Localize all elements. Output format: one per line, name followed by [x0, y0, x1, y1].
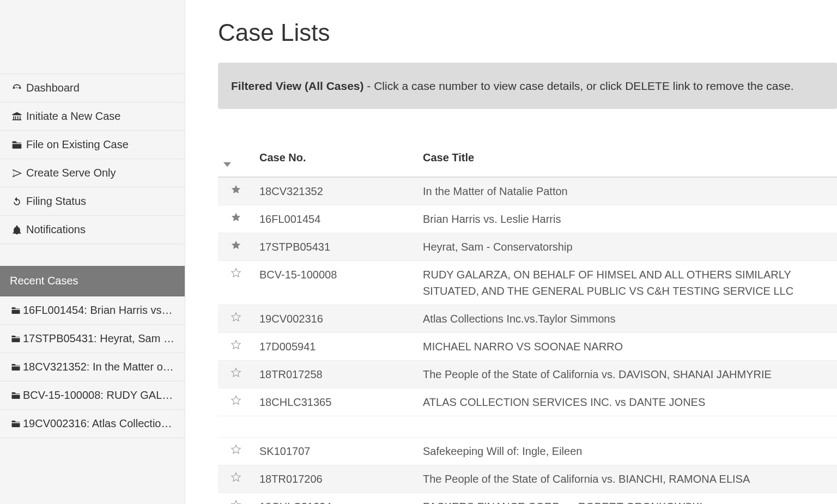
case-title: The People of the State of California vs… [417, 465, 837, 493]
sidebar-item-folder[interactable]: File on Existing Case [0, 131, 185, 159]
folder-icon [10, 362, 22, 372]
folder-icon [10, 139, 24, 150]
case-number-link[interactable]: 18CHLC31365 [254, 388, 417, 416]
table-row[interactable]: 18TR017258The People of the State of Cal… [218, 361, 837, 388]
info-rest: Click a case number to view case details… [374, 80, 793, 92]
table-row[interactable]: 17D005941MICHAEL NARRO VS SOONAE NARRO [218, 333, 837, 361]
sidebar-item-plane[interactable]: Create Serve Only [0, 159, 185, 187]
recent-case-item[interactable]: 19CV002316: Atlas Collection… [0, 410, 185, 438]
star-toggle[interactable] [218, 205, 254, 233]
sidebar-item-bank[interactable]: Initiate a New Case [0, 102, 185, 131]
rotate-icon [10, 196, 24, 207]
star-icon [231, 500, 241, 504]
folder-icon [10, 419, 22, 429]
star-icon [231, 184, 241, 195]
recent-case-item[interactable]: BCV-15-100008: RUDY GAL… [0, 381, 185, 410]
star-icon [231, 472, 241, 483]
sidebar: DashboardInitiate a New CaseFile on Exis… [0, 0, 185, 504]
case-number-link[interactable]: 18TR017206 [254, 465, 417, 493]
star-toggle[interactable] [218, 465, 254, 493]
star-icon [231, 240, 241, 251]
case-title: ATLAS COLLECTION SERVICES INC. vs DANTE … [417, 388, 837, 416]
sidebar-item-label: Initiate a New Case [26, 110, 120, 123]
star-toggle[interactable] [218, 177, 254, 205]
case-number-link[interactable]: 17STPB05431 [254, 233, 417, 261]
case-number-link[interactable]: 18CHLC31324 [254, 493, 417, 504]
info-strong: Filtered View (All Cases) [231, 80, 364, 92]
star-icon [231, 444, 241, 455]
star-toggle[interactable] [218, 261, 254, 305]
recent-case-label: 19CV002316: Atlas Collection… [23, 417, 175, 430]
col-case-title[interactable]: Case Title [417, 139, 837, 177]
recent-case-label: 18CV321352: In the Matter of … [23, 361, 175, 373]
sidebar-item-label: Dashboard [26, 82, 80, 94]
sidebar-item-bell[interactable]: Notifications [0, 216, 185, 244]
col-sort[interactable] [218, 139, 254, 177]
dashboard-icon [10, 83, 24, 94]
table-row[interactable]: 18CHLC31324PACKERS FINANCE CORP. vs ROBE… [218, 493, 837, 504]
star-icon [231, 212, 241, 223]
star-icon [231, 312, 241, 323]
info-sep: - [364, 80, 374, 92]
star-icon [231, 339, 241, 350]
star-toggle[interactable] [218, 305, 254, 333]
case-title: In the Matter of Natalie Patton [417, 177, 837, 205]
table-row[interactable]: 17STPB05431Heyrat, Sam - Conservatorship [218, 233, 837, 261]
table-row[interactable]: 16FL001454Brian Harris vs. Leslie Harris [218, 205, 837, 233]
star-toggle[interactable] [218, 388, 254, 416]
star-icon [231, 367, 241, 378]
case-title: Safekeeping Will of: Ingle, Eileen [417, 438, 837, 465]
caret-down-icon [223, 157, 231, 170]
bell-icon [10, 224, 24, 235]
table-row[interactable]: 18CHLC31365ATLAS COLLECTION SERVICES INC… [218, 388, 837, 416]
case-number-link[interactable]: 18TR017258 [254, 361, 417, 388]
star-icon [231, 395, 241, 406]
case-title: MICHAEL NARRO VS SOONAE NARRO [417, 333, 837, 361]
folder-icon [10, 334, 22, 344]
sidebar-item-rotate[interactable]: Filing Status [0, 187, 185, 216]
case-title: The People of the State of California vs… [417, 361, 837, 388]
table-row[interactable]: 18CV321352In the Matter of Natalie Patto… [218, 177, 837, 205]
sidebar-item-label: Filing Status [26, 195, 86, 208]
table-gap [218, 416, 837, 438]
recent-case-label: 16FL001454: Brian Harris vs. … [23, 304, 175, 317]
sidebar-item-label: Notifications [26, 223, 86, 236]
recent-case-item[interactable]: 18CV321352: In the Matter of … [0, 353, 185, 381]
recent-case-label: 17STPB05431: Heyrat, Sam -… [23, 332, 175, 345]
recent-case-item[interactable]: 16FL001454: Brian Harris vs. … [0, 296, 185, 325]
main-content: Case Lists Filtered View (All Cases) - C… [185, 0, 837, 504]
table-row[interactable]: 18TR017206The People of the State of Cal… [218, 465, 837, 493]
plane-icon [10, 168, 24, 179]
star-toggle[interactable] [218, 233, 254, 261]
case-number-link[interactable]: 16FL001454 [254, 205, 417, 233]
case-number-link[interactable]: 18CV321352 [254, 177, 417, 205]
case-table: Case No. Case Title 18CV321352In the Mat… [218, 139, 837, 504]
table-row[interactable]: BCV-15-100008RUDY GALARZA, ON BEHALF OF … [218, 261, 837, 305]
folder-icon [10, 306, 22, 315]
recent-case-label: BCV-15-100008: RUDY GAL… [23, 389, 173, 402]
star-icon [231, 268, 241, 278]
case-title: Atlas Collections Inc.vs.Taylor Simmons [417, 305, 837, 333]
filtered-view-info: Filtered View (All Cases) - Click a case… [218, 63, 837, 109]
case-number-link[interactable]: 17D005941 [254, 333, 417, 361]
case-title: Brian Harris vs. Leslie Harris [417, 205, 837, 233]
case-number-link[interactable]: 19CV002316 [254, 305, 417, 333]
table-row[interactable]: 19CV002316Atlas Collections Inc.vs.Taylo… [218, 305, 837, 333]
case-title: Heyrat, Sam - Conservatorship [417, 233, 837, 261]
recent-case-item[interactable]: 17STPB05431: Heyrat, Sam -… [0, 325, 185, 353]
sidebar-item-label: Create Serve Only [26, 167, 116, 179]
bank-icon [10, 111, 24, 122]
page-title: Case Lists [218, 19, 837, 46]
case-number-link[interactable]: SK101707 [254, 438, 417, 465]
star-toggle[interactable] [218, 493, 254, 504]
star-toggle[interactable] [218, 333, 254, 361]
star-toggle[interactable] [218, 438, 254, 465]
recent-cases-heading: Recent Cases [0, 266, 185, 296]
case-title: RUDY GALARZA, ON BEHALF OF HIMSEL AND AL… [417, 261, 837, 305]
col-case-no[interactable]: Case No. [254, 139, 417, 177]
case-number-link[interactable]: BCV-15-100008 [254, 261, 417, 305]
folder-icon [10, 391, 22, 400]
star-toggle[interactable] [218, 361, 254, 388]
sidebar-item-dashboard[interactable]: Dashboard [0, 74, 185, 102]
table-row[interactable]: SK101707Safekeeping Will of: Ingle, Eile… [218, 438, 837, 465]
